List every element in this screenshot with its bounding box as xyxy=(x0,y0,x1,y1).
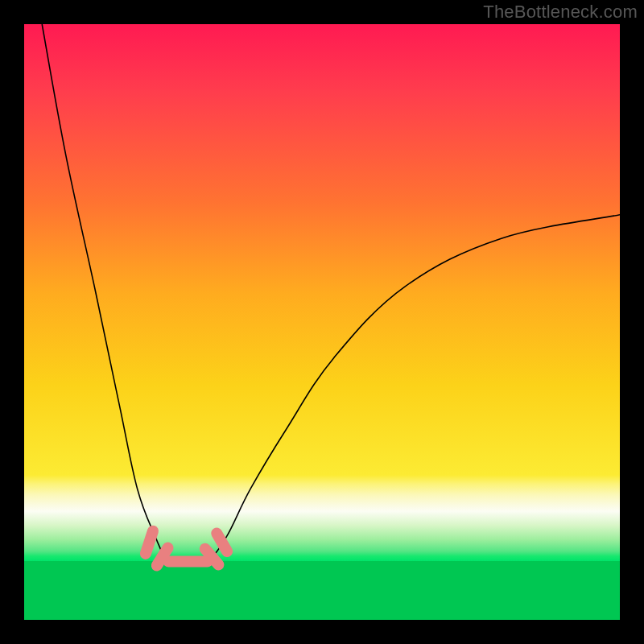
watermark-text: TheBottleneck.com xyxy=(483,2,638,23)
bg-gradient-pale xyxy=(24,475,620,511)
bg-gradient-trans xyxy=(24,511,620,551)
bg-gradient-bright xyxy=(24,551,620,561)
bg-green-fill xyxy=(24,561,620,620)
plot-area xyxy=(24,24,620,620)
chart-frame: TheBottleneck.com xyxy=(0,0,644,644)
bg-gradient-main xyxy=(24,24,620,475)
